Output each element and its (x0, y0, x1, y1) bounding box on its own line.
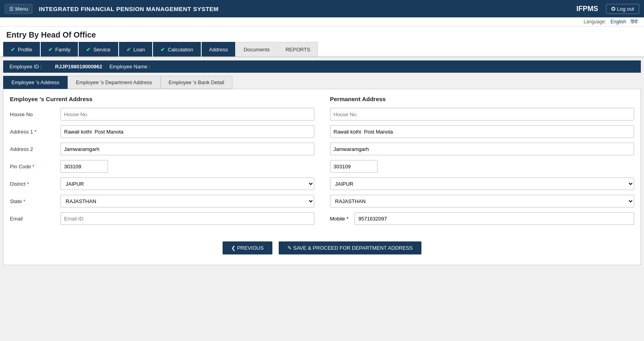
check-icon-profile: ✔ (11, 46, 15, 53)
employee-id-value: RJJP198019000962 (55, 64, 102, 70)
sub-tab-dept-address[interactable]: Employee 's Department Address (68, 76, 161, 89)
tab-calculation-label: Calculation (168, 47, 193, 53)
perm-state-row: RAJASTHAN GUJARAT MAHARASHTRA DELHI (330, 195, 635, 207)
perm-address1-row (330, 125, 635, 138)
current-email-label: Email (10, 216, 57, 222)
tab-loan[interactable]: ✔ Loan (119, 42, 153, 57)
sub-tabs: Employee 's Address Employee 's Departme… (3, 76, 641, 89)
current-address-title: Employee 's Current Address (10, 96, 314, 102)
employee-name-label: Employee Name : (110, 64, 150, 70)
perm-state-select[interactable]: RAJASTHAN GUJARAT MAHARASHTRA DELHI (330, 195, 635, 207)
menu-button[interactable]: ☰ Menu (5, 4, 32, 14)
tab-profile[interactable]: ✔ Profile (3, 42, 40, 57)
current-district-label: District * (10, 181, 57, 187)
hindi-link[interactable]: हिंदी (631, 19, 638, 24)
perm-address2-input[interactable] (330, 143, 635, 155)
current-address2-input[interactable] (60, 143, 314, 155)
check-icon-loan: ✔ (127, 46, 131, 53)
page-title: Entry By Head Of Office (6, 30, 638, 40)
perm-address2-row (330, 143, 635, 155)
sub-tab-bank-detail[interactable]: Employee 's Bank Detail (161, 76, 233, 89)
address1-row: Address 1 * (10, 125, 634, 143)
current-address1-input[interactable] (60, 125, 314, 138)
email-mobile-row: Email Mobile * (10, 212, 634, 230)
tab-family[interactable]: ✔ Family (41, 42, 78, 57)
current-email-input[interactable] (60, 212, 314, 225)
ifpms-label: IFPMS (576, 5, 598, 13)
current-state-label: State * (10, 198, 57, 204)
current-house-row: House No (10, 108, 314, 121)
check-icon-family: ✔ (48, 46, 53, 53)
perm-pincode-input[interactable] (330, 160, 378, 173)
tab-address-label: Address (209, 47, 228, 53)
perm-mobile-input[interactable] (355, 212, 634, 225)
logout-button[interactable]: ✪ Log out (606, 4, 639, 14)
perm-district-select[interactable]: JAIPUR JODHPUR AJMER KOTA (330, 177, 635, 190)
previous-button[interactable]: ❮ PREVIOUS (223, 241, 272, 254)
page-title-bar: Entry By Head Of Office (0, 26, 644, 42)
current-address1-label: Address 1 * (10, 129, 57, 135)
perm-pincode-row (330, 160, 635, 173)
app-title: INTEGRATED FINANCIAL PENSION MANAGEMENT … (39, 6, 219, 12)
save-proceed-button[interactable]: ✎ SAVE & PROCEED FOR DEPARTMENT ADDRESS (279, 241, 421, 254)
current-email-row: Email (10, 212, 314, 225)
main-content: Employee 's Address Employee 's Departme… (0, 73, 644, 268)
current-state-select[interactable]: RAJASTHAN GUJARAT MAHARASHTRA DELHI (60, 195, 314, 207)
tab-reports[interactable]: REPORTS (278, 42, 318, 57)
current-address2-label: Address 2 (10, 146, 57, 152)
address2-row: Address 2 (10, 143, 634, 160)
top-bar: ☰ Menu INTEGRATED FINANCIAL PENSION MANA… (0, 0, 644, 17)
current-house-label: House No (10, 111, 57, 117)
tab-loan-label: Loan (134, 47, 145, 53)
address-columns-header: Employee 's Current Address Permanent Ad… (10, 96, 634, 108)
btn-row: ❮ PREVIOUS ✎ SAVE & PROCEED FOR DEPARTME… (10, 237, 634, 258)
permanent-address-title: Permanent Address (330, 96, 635, 102)
tab-reports-label: REPORTS (285, 47, 310, 53)
perm-district-row: JAIPUR JODHPUR AJMER KOTA (330, 177, 635, 190)
perm-house-input[interactable] (330, 108, 635, 121)
tab-address[interactable]: Address (202, 42, 236, 57)
current-address2-row: Address 2 (10, 143, 314, 155)
tab-profile-label: Profile (18, 47, 32, 53)
perm-house-row (330, 108, 635, 121)
employee-info-bar: Employee ID : RJJP198019000962 Employee … (3, 60, 641, 73)
current-house-input[interactable] (60, 108, 314, 121)
pincode-row: Pin Code * (10, 160, 634, 177)
check-icon-calculation: ✔ (161, 46, 165, 53)
tab-documents[interactable]: Documents (236, 42, 277, 57)
perm-address1-input[interactable] (330, 125, 635, 138)
employee-id-label: Employee ID : (9, 64, 42, 70)
current-district-row: District * JAIPUR JODHPUR AJMER KOTA (10, 177, 314, 190)
house-no-row: House No (10, 108, 634, 125)
check-icon-service: ✔ (86, 46, 91, 53)
tab-service-label: Service (93, 47, 110, 53)
state-row: State * RAJASTHAN GUJARAT MAHARASHTRA DE… (10, 195, 634, 212)
current-state-row: State * RAJASTHAN GUJARAT MAHARASHTRA DE… (10, 195, 314, 207)
language-bar: Language: English हिंदी (0, 17, 644, 26)
perm-mobile-row: Mobile * (330, 212, 635, 225)
current-pincode-label: Pin Code * (10, 164, 57, 170)
district-row: District * JAIPUR JODHPUR AJMER KOTA JAI… (10, 177, 634, 195)
language-label: Language: (584, 19, 606, 24)
perm-mobile-label: Mobile * (330, 216, 349, 222)
tab-service[interactable]: ✔ Service (79, 42, 118, 57)
form-card: Employee 's Current Address Permanent Ad… (3, 89, 641, 265)
current-district-select[interactable]: JAIPUR JODHPUR AJMER KOTA (60, 177, 314, 190)
sub-tab-emp-address[interactable]: Employee 's Address (3, 76, 68, 89)
current-pincode-input[interactable] (60, 160, 108, 173)
english-link[interactable]: English (610, 19, 626, 24)
top-bar-left: ☰ Menu INTEGRATED FINANCIAL PENSION MANA… (5, 4, 219, 14)
tabs-bar: ✔ Profile ✔ Family ✔ Service ✔ Loan ✔ Ca… (0, 42, 644, 57)
top-bar-right: IFPMS ✪ Log out (576, 4, 639, 14)
current-pincode-row: Pin Code * (10, 160, 314, 173)
current-address1-row: Address 1 * (10, 125, 314, 138)
tab-family-label: Family (55, 47, 70, 53)
tab-calculation[interactable]: ✔ Calculation (153, 42, 200, 57)
tab-documents-label: Documents (244, 47, 270, 53)
